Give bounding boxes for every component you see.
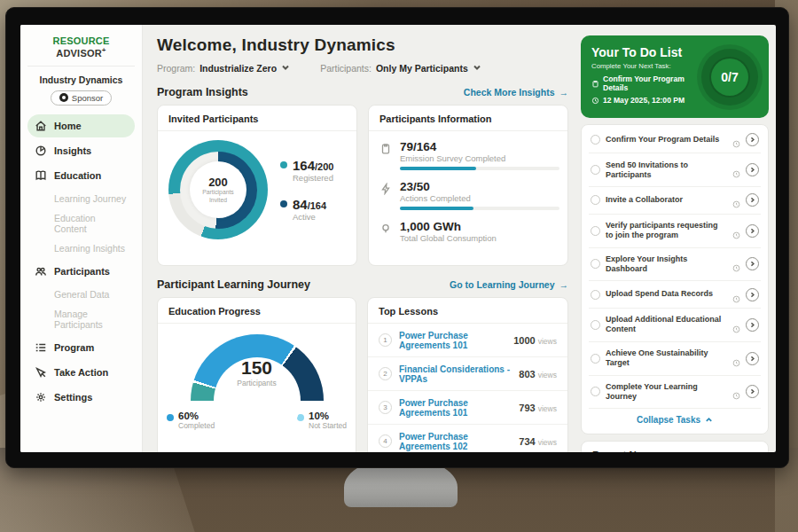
- sidebar-item-education-content[interactable]: Education Content: [27, 208, 135, 239]
- active-dot-icon: [280, 200, 287, 207]
- stat-emission-survey: 79/164 Emission Survey Completed: [379, 140, 557, 170]
- card-title: Participants Information: [369, 106, 567, 131]
- task-open-button[interactable]: [746, 193, 759, 207]
- page-title: Welcome, Industry Dynamics: [157, 35, 568, 55]
- task-upload-educational-content[interactable]: Upload Additional Educational Content: [589, 309, 761, 342]
- sidebar-item-manage-participants[interactable]: Manage Participants: [27, 304, 135, 334]
- rank-badge: 4: [379, 434, 392, 448]
- actions-icon: [379, 183, 392, 195]
- task-complete-learning-journey[interactable]: Complete Your Learning Journey: [589, 376, 761, 410]
- completed-dot-icon: [167, 414, 174, 421]
- sidebar-item-learning-insights[interactable]: Learning Insights: [27, 239, 135, 258]
- card-title: Top Lessons: [368, 298, 567, 324]
- sponsor-icon: [59, 93, 68, 102]
- sidebar-item-education[interactable]: Education: [27, 164, 135, 187]
- sidebar-item-program[interactable]: Program: [27, 336, 135, 359]
- task-open-button[interactable]: [746, 257, 759, 270]
- task-open-button[interactable]: [746, 133, 759, 146]
- task-checkbox[interactable]: [591, 135, 600, 145]
- go-to-learning-journey-link[interactable]: Go to Learning Journey →: [450, 279, 568, 290]
- task-explore-insights[interactable]: Explore Your Insights Dashboard: [589, 248, 761, 282]
- recent-news-title: Recent News: [582, 442, 768, 452]
- sidebar-item-take-action[interactable]: Take Action: [27, 361, 135, 384]
- participants-information-card: Participants Information 79/164 Emission…: [368, 105, 568, 266]
- task-upload-spend-data[interactable]: Upload Spend Data Records: [589, 281, 761, 308]
- home-icon: [35, 120, 47, 132]
- task-checkbox[interactable]: [591, 354, 600, 364]
- sponsor-badge[interactable]: Sponsor: [51, 90, 112, 106]
- org-name: Industry Dynamics: [27, 74, 135, 85]
- task-open-button[interactable]: [746, 163, 759, 176]
- main-content: Welcome, Industry Dynamics Program: Indu…: [143, 25, 579, 452]
- sidebar-item-settings[interactable]: Settings: [27, 386, 135, 409]
- insights-cards-row: Invited Participants 200 Participants In…: [157, 105, 568, 266]
- sidebar-item-label: Participants: [54, 266, 110, 277]
- sidebar-item-learning-journey[interactable]: Learning Journey: [27, 189, 135, 208]
- program-filter-value: Industrialize Zero: [200, 63, 277, 74]
- task-checkbox[interactable]: [591, 320, 600, 330]
- invited-count: 200: [208, 176, 228, 189]
- todo-summary-card: Your To Do List Complete Your Next Task:…: [581, 35, 769, 118]
- task-clock-icon: [732, 291, 740, 299]
- participants-filter-value: Only My Participants: [376, 63, 468, 74]
- task-open-button[interactable]: [746, 385, 759, 398]
- brand-primary: RESOURCE: [53, 35, 110, 46]
- check-more-insights-link[interactable]: Check More Insights →: [464, 87, 568, 98]
- task-open-button[interactable]: [746, 352, 759, 365]
- chevron-up-icon: [705, 416, 713, 424]
- lesson-row: 3 Power Purchase Agreements 101 793 view…: [368, 391, 567, 425]
- task-checkbox[interactable]: [591, 259, 600, 269]
- task-send-invitations[interactable]: Send 50 Invitations to Participants: [589, 153, 761, 187]
- task-open-button[interactable]: [746, 224, 759, 238]
- arrow-right-icon: →: [559, 87, 569, 98]
- sidebar-item-home[interactable]: Home: [27, 114, 135, 137]
- lesson-link[interactable]: Power Purchase Agreements 101: [399, 331, 506, 350]
- stat-consumption: 1,000 GWh Total Global Consumption: [379, 220, 557, 246]
- progress-bar: [400, 207, 559, 210]
- task-checkbox[interactable]: [591, 165, 600, 175]
- invited-count-label: Participants Invited: [195, 189, 241, 205]
- sidebar-item-label: Take Action: [54, 367, 108, 378]
- participants-filter[interactable]: Participants: Only My Participants: [320, 63, 481, 74]
- task-clock-icon: [732, 196, 740, 204]
- sidebar-item-label: Program: [54, 342, 94, 353]
- task-invite-collaborator[interactable]: Invite a Collaborator: [589, 187, 761, 214]
- dashboard-screen: RESOURCE ADVISOR+ Industry Dynamics Spon…: [20, 25, 776, 452]
- lesson-link[interactable]: Power Purchase Agreements 102: [399, 432, 512, 451]
- learning-journey-header: Participant Learning Journey Go to Learn…: [157, 278, 568, 291]
- chevron-down-icon: [281, 63, 290, 74]
- program-filter[interactable]: Program: Industrialize Zero: [157, 63, 290, 74]
- rank-badge: 3: [379, 401, 392, 414]
- people-icon: [35, 265, 47, 278]
- program-insights-header: Program Insights Check More Insights →: [157, 86, 568, 98]
- sidebar-item-general-data[interactable]: General Data: [27, 285, 135, 304]
- sidebar-item-participants[interactable]: Participants: [27, 260, 135, 283]
- photo-background: RESOURCE ADVISOR+ Industry Dynamics Spon…: [0, 0, 798, 532]
- gauge-center: 150 Participants: [191, 357, 324, 387]
- collapse-tasks-link[interactable]: Collapse Tasks: [589, 409, 761, 432]
- task-confirm-program[interactable]: Confirm Your Program Details: [589, 127, 761, 153]
- learning-cards-row: Education Progress 150 Participants: [157, 297, 568, 452]
- lesson-link[interactable]: Financial Considerations - VPPAs: [399, 364, 512, 384]
- list-icon: [35, 341, 47, 354]
- program-filter-label: Program:: [157, 63, 195, 74]
- task-clock-icon: [732, 136, 740, 144]
- task-checkbox[interactable]: [591, 195, 600, 205]
- task-checkbox[interactable]: [591, 387, 600, 396]
- task-open-button[interactable]: [746, 318, 759, 332]
- donut-legend: 164/200 Registered 84/164 Active: [280, 158, 333, 222]
- task-checkbox[interactable]: [591, 226, 600, 236]
- invited-donut-inner-ring: 200 Participants Invited: [180, 152, 257, 229]
- progress-bar: [400, 167, 559, 170]
- task-checkbox[interactable]: [591, 290, 600, 300]
- sidebar-item-insights[interactable]: Insights: [27, 139, 135, 162]
- pie-chart-icon: [35, 145, 47, 157]
- task-verify-participants[interactable]: Verify participants requesting to join t…: [589, 215, 761, 248]
- lesson-link[interactable]: Power Purchase Agreements 101: [399, 398, 512, 418]
- task-achieve-target[interactable]: Achieve One Sustainability Target: [589, 342, 761, 376]
- card-title: Invited Participants: [158, 106, 356, 131]
- card-title: Education Progress: [158, 298, 356, 324]
- legend-registered: 164/200 Registered: [280, 158, 333, 183]
- rank-badge: 2: [379, 367, 392, 380]
- task-open-button[interactable]: [746, 288, 759, 301]
